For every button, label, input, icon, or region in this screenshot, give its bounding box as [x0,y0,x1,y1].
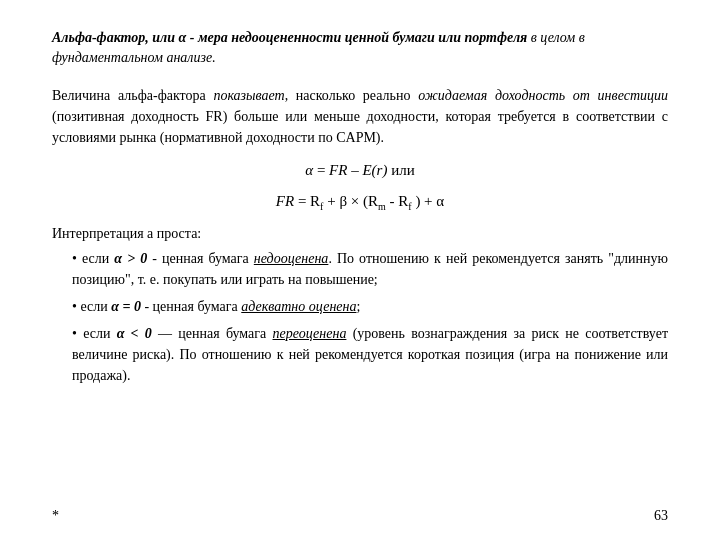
formula2-sub-m: m [378,201,386,212]
footer-left: * [52,508,59,524]
bullet2-status: адекватно оценена [241,299,356,314]
page-title: Альфа-фактор, или α - мера недооцененнос… [52,28,668,69]
formula2-plus-beta: + β × (R [327,193,378,209]
formula2: FR = Rf + β × (Rm - Rf ) + α [52,193,668,212]
bullet3-condition: α < 0 [117,326,152,341]
bullet-list: если α > 0 - ценная бумага недооценена. … [72,248,668,386]
formula2-close: ) + α [415,193,444,209]
page: Альфа-фактор, или α - мера недооцененнос… [0,0,720,540]
bullet1-condition: α > 0 [114,251,147,266]
bullet-item-2: если α = 0 - ценная бумага адекватно оце… [72,296,668,317]
bullet2-prefix: если [80,299,111,314]
bullet2-condition: α = 0 [111,299,141,314]
paragraph1: Величина альфа-фактора показывает, наско… [52,85,668,148]
bullet2-middle: - ценная бумага [141,299,241,314]
page-footer: * 63 [52,508,668,524]
keyword-pokazyvaet: показывает [213,88,284,103]
formula1-block: α = FR – E(r) или [52,162,668,179]
formula2-eq: = R [298,193,320,209]
formula1-fr: FR [329,162,347,178]
formula2-sub-f1: f [320,201,323,212]
formula1-er: E(r) [362,162,387,178]
formula1-ili: или [391,162,415,178]
bullet3-prefix: если [83,326,117,341]
bullet1-middle: - ценная бумага [147,251,254,266]
interp-header: Интерпретация а проста: [52,226,668,242]
bullet3-status: переоценена [272,326,346,341]
bullet-item-3: если α < 0 — ценная бумага переоценена (… [72,323,668,386]
formula1: α = FR – E(r) или [52,162,668,179]
footer-right: 63 [654,508,668,524]
bullet-item-1: если α > 0 - ценная бумага недооценена. … [72,248,668,290]
interpretation-block: Интерпретация а проста: если α > 0 - цен… [52,226,668,386]
formula1-alpha: α [305,162,313,178]
title-block: Альфа-фактор, или α - мера недооцененнос… [52,28,668,69]
bullet3-middle: — ценная бумага [152,326,273,341]
keyword-ozhidaemaya: ожидаемая доходность от инвестиции [418,88,668,103]
formula2-sub-f2: f [408,201,411,212]
formula2-block: FR = Rf + β × (Rm - Rf ) + α [52,193,668,212]
bullet2-suffix: ; [357,299,361,314]
bullet1-status: недооценена [254,251,329,266]
formula2-fr: FR [276,193,294,209]
formula1-minus: – [351,162,362,178]
bullet1-prefix: если [82,251,114,266]
formula2-minus-rf: - R [390,193,409,209]
formula1-equals: = [317,162,329,178]
title-main: Альфа-фактор, или α - мера недооцененнос… [52,30,527,45]
